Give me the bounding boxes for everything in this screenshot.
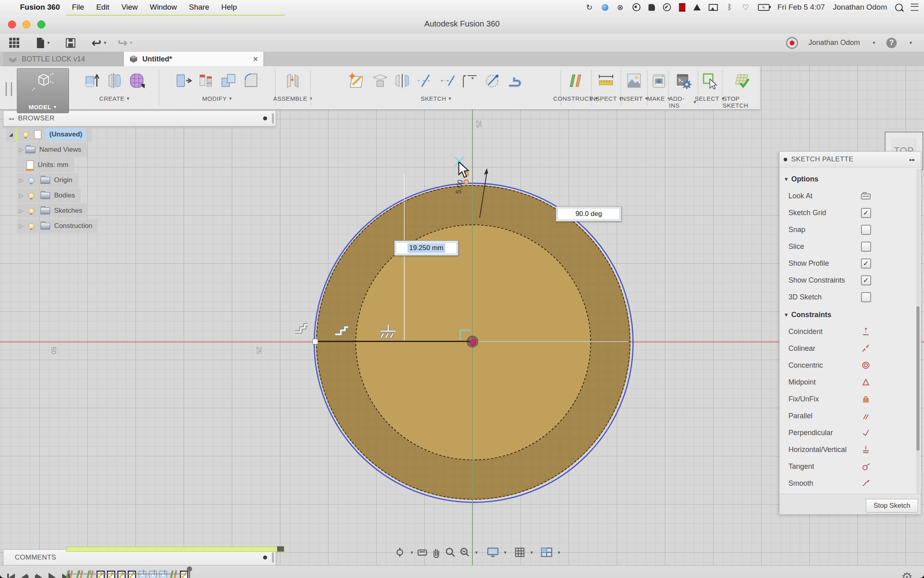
display-settings-caret-icon[interactable]: ▼ [503, 550, 507, 555]
browser-row-sketches[interactable]: ▷ Sketches [17, 204, 88, 218]
expand-icon[interactable]: ▷ [17, 147, 26, 153]
stop-sketch-button[interactable]: Stop Sketch [866, 499, 918, 513]
battery-status-icon[interactable]: ϟ [758, 4, 770, 11]
root-document-name[interactable]: (Unsaved) [45, 128, 86, 140]
show-constraints-checkbox[interactable]: ✓ [861, 275, 871, 285]
sketch-circle-icon[interactable] [483, 71, 502, 90]
workspace-model-button[interactable]: MODEL▼ [17, 68, 69, 113]
expand-icon[interactable]: ▷ [17, 192, 26, 199]
group-label[interactable]: INSERT [620, 95, 643, 102]
pan-icon[interactable] [431, 547, 442, 558]
construct-plane-icon[interactable] [567, 71, 585, 90]
undo-caret-icon[interactable]: ▼ [103, 41, 107, 45]
section-caret-icon[interactable]: ▼ [784, 176, 789, 182]
help-caret-icon[interactable]: ▼ [909, 41, 913, 45]
palette-row-3d-sketch[interactable]: 3D Sketch [780, 289, 921, 305]
angle-dimension-value[interactable]: 90.0 deg [575, 210, 602, 218]
display-settings-icon[interactable] [487, 547, 499, 558]
menu-view[interactable]: View [122, 3, 138, 12]
viewports-icon[interactable] [541, 547, 553, 558]
origin-center-point[interactable] [470, 339, 476, 345]
account-user-button[interactable]: Jonathan Odom [808, 39, 860, 47]
perpendicular-icon[interactable] [861, 428, 870, 437]
zoom-icon[interactable] [445, 547, 456, 558]
tab-untitled[interactable]: Untitled* × [124, 52, 264, 66]
menu-user[interactable]: Jonathan Odom [833, 3, 887, 12]
data-panel-grid-icon[interactable] [9, 37, 20, 49]
combine-icon[interactable] [219, 71, 238, 90]
radius-dimension-value[interactable]: 19.250 mm [407, 243, 445, 253]
grid-settings-caret-icon[interactable]: ▼ [530, 550, 534, 555]
record-status-icon[interactable] [632, 3, 640, 11]
timeline-playhead-line[interactable] [189, 570, 190, 578]
badge-status-icon[interactable]: ♡ [742, 3, 750, 11]
revolve-icon[interactable] [105, 71, 124, 90]
browser-row-named-views[interactable]: ▷ Named Views [17, 142, 87, 157]
group-label[interactable]: SELECT [695, 95, 719, 102]
tab-close-icon[interactable]: × [253, 55, 258, 64]
browser-row-construction[interactable]: ▷ Construction [17, 219, 98, 233]
horizontal-vertical-icon[interactable] [861, 445, 870, 454]
browser-collapse-icon[interactable]: ◂◂ [8, 116, 14, 122]
help-button[interactable]: ? [886, 38, 897, 48]
timeline-scroll-handle[interactable] [277, 546, 284, 552]
group-label[interactable]: MAKE [647, 95, 665, 102]
drive-status-icon[interactable] [693, 4, 701, 10]
ribbon-drag-handle[interactable] [6, 82, 12, 96]
visibility-bulb-icon[interactable] [28, 193, 34, 199]
menu-help[interactable]: Help [221, 3, 237, 12]
offset-icon[interactable] [506, 71, 524, 90]
airplay-status-icon[interactable] [709, 4, 718, 11]
trim-icon[interactable] [416, 71, 434, 90]
group-label[interactable]: INSPECT [590, 95, 617, 102]
expand-icon[interactable]: ▷ [17, 208, 26, 214]
sphere-status-icon[interactable] [602, 4, 608, 11]
measure-icon[interactable] [597, 71, 615, 90]
timeline-scroll-strip[interactable] [66, 14, 285, 16]
palette-dot-icon[interactable] [784, 158, 787, 161]
colinear-icon[interactable] [861, 344, 870, 353]
menu-file[interactable]: File [72, 3, 84, 12]
radius-dimension-box[interactable]: 19.250 mm [394, 240, 458, 256]
constraint-concentric[interactable]: Concentric [780, 357, 921, 373]
section-caret-icon[interactable]: ▼ [784, 312, 789, 318]
expand-icon[interactable]: ▷ [17, 177, 26, 183]
visibility-bulb-icon[interactable] [23, 132, 29, 138]
slice-checkbox[interactable] [861, 242, 871, 252]
constraint-perpendicular[interactable]: Perpendicular [780, 425, 921, 441]
concentric-icon[interactable] [861, 361, 870, 370]
root-expand-icon[interactable]: ◢ [6, 132, 15, 137]
palette-scrollbar-thumb[interactable] [916, 306, 920, 451]
browser-row-bodies[interactable]: ▷ Bodies [17, 188, 81, 203]
browser-row-origin[interactable]: ▷ Origin [17, 173, 78, 187]
sketch-fillet-icon[interactable] [461, 71, 479, 90]
filmstrip-status-icon[interactable] [679, 3, 685, 12]
spotlight-search-icon[interactable] [895, 4, 903, 11]
notification-center-icon[interactable] [911, 4, 918, 11]
look-at-camera-icon[interactable] [861, 191, 871, 200]
timeline-step-back-button[interactable] [21, 574, 28, 578]
mirror-icon[interactable] [393, 71, 412, 90]
select-icon[interactable] [701, 71, 719, 90]
browser-panel-handle[interactable] [272, 113, 274, 124]
look-at-icon[interactable] [417, 547, 428, 558]
tangent-icon[interactable] [861, 462, 870, 471]
line-endpoint-marker[interactable] [312, 339, 318, 344]
sync-status-icon[interactable]: ↻ [586, 3, 594, 11]
visibility-bulb-icon[interactable] [28, 223, 34, 229]
palette-row-slice[interactable]: Slice [780, 238, 921, 254]
smooth-icon[interactable] [861, 479, 870, 488]
make-3dprint-icon[interactable] [650, 71, 668, 90]
row-label[interactable]: Named Views [39, 146, 81, 154]
palette-row-look-at[interactable]: Look At [780, 188, 921, 204]
group-label[interactable]: CREATE [99, 95, 124, 102]
radius-dimension-input[interactable]: 19.250 mm [396, 242, 457, 254]
stop-sketch-label[interactable]: STOP SKETCH [723, 95, 760, 109]
group-label[interactable]: CONSTRUCT [553, 95, 593, 102]
angle-dimension-box[interactable]: 90.0 deg [556, 206, 622, 222]
3d-sketch-checkbox[interactable] [861, 292, 871, 302]
palette-options-header[interactable]: ▼ Options [780, 171, 921, 187]
group-label[interactable]: MODIFY [202, 95, 227, 102]
palette-constraints-header[interactable]: ▼ Constraints [780, 307, 921, 323]
stop-sketch-icon[interactable] [732, 71, 750, 90]
